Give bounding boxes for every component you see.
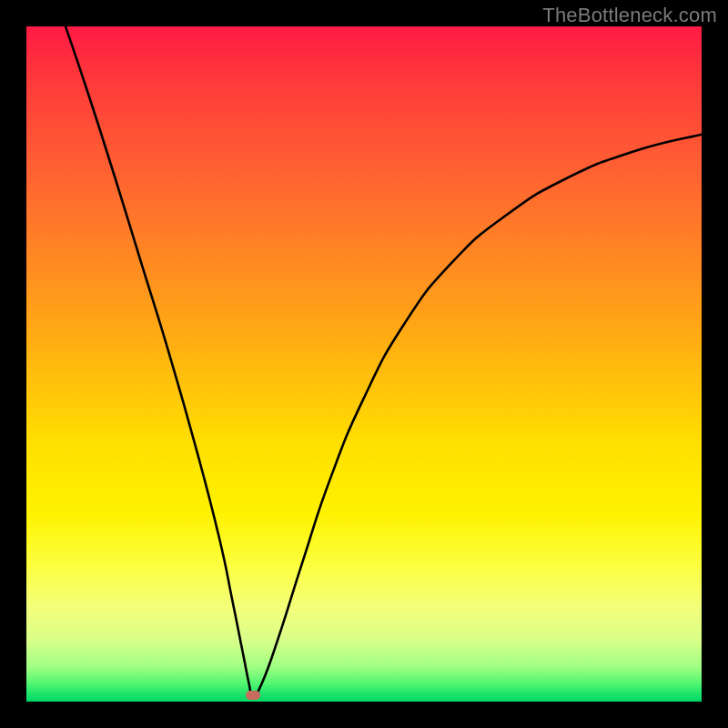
bottleneck-curve (26, 26, 702, 702)
watermark-text: TheBottleneck.com (542, 4, 717, 27)
chart-frame: TheBottleneck.com (0, 0, 728, 728)
plot-area (26, 26, 702, 702)
minimum-marker (246, 691, 260, 700)
